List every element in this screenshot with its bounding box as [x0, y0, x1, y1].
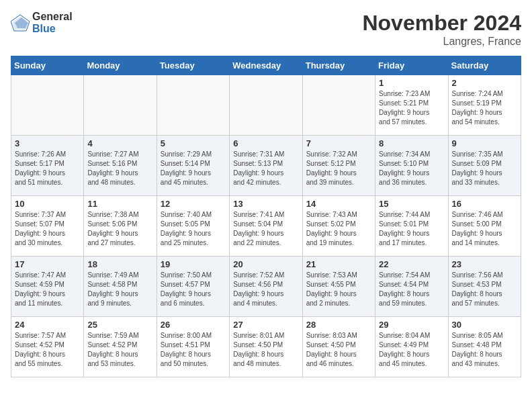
day-info: Sunrise: 7:50 AM Sunset: 4:57 PM Dayligh… — [161, 271, 226, 308]
day-header-sunday: Sunday — [11, 56, 84, 75]
calendar-cell: 3Sunrise: 7:26 AM Sunset: 5:17 PM Daylig… — [11, 136, 84, 196]
day-info: Sunrise: 7:54 AM Sunset: 4:54 PM Dayligh… — [379, 271, 444, 308]
calendar-cell: 12Sunrise: 7:40 AM Sunset: 5:05 PM Dayli… — [157, 196, 229, 257]
calendar-cell — [11, 75, 84, 136]
day-number: 6 — [233, 138, 298, 148]
calendar-cell: 18Sunrise: 7:49 AM Sunset: 4:58 PM Dayli… — [84, 257, 157, 317]
day-number: 7 — [306, 138, 371, 148]
calendar-cell — [230, 75, 302, 136]
logo: General Blue — [11, 11, 73, 34]
logo-general-text: General — [32, 11, 73, 23]
day-info: Sunrise: 7:57 AM Sunset: 4:52 PM Dayligh… — [15, 331, 80, 369]
calendar-cell: 25Sunrise: 7:59 AM Sunset: 4:52 PM Dayli… — [84, 317, 157, 377]
day-number: 3 — [15, 138, 80, 148]
day-info: Sunrise: 7:34 AM Sunset: 5:10 PM Dayligh… — [379, 150, 444, 187]
day-info: Sunrise: 8:04 AM Sunset: 4:49 PM Dayligh… — [379, 331, 444, 369]
calendar-cell: 26Sunrise: 8:00 AM Sunset: 4:51 PM Dayli… — [157, 317, 229, 377]
day-number: 14 — [306, 199, 371, 209]
day-number: 25 — [87, 320, 152, 330]
calendar-cell: 24Sunrise: 7:57 AM Sunset: 4:52 PM Dayli… — [11, 317, 84, 377]
calendar-cell: 2Sunrise: 7:24 AM Sunset: 5:19 PM Daylig… — [448, 75, 521, 136]
day-number: 2 — [452, 78, 517, 88]
day-number: 8 — [379, 138, 444, 148]
calendar-cell: 5Sunrise: 7:29 AM Sunset: 5:14 PM Daylig… — [157, 136, 229, 196]
day-info: Sunrise: 7:35 AM Sunset: 5:09 PM Dayligh… — [452, 150, 517, 187]
calendar-cell: 10Sunrise: 7:37 AM Sunset: 5:07 PM Dayli… — [11, 196, 84, 257]
logo-icon — [11, 13, 30, 32]
calendar-header-row: SundayMondayTuesdayWednesdayThursdayFrid… — [11, 56, 521, 75]
day-number: 15 — [379, 199, 444, 209]
calendar-cell: 15Sunrise: 7:44 AM Sunset: 5:01 PM Dayli… — [375, 196, 448, 257]
day-header-friday: Friday — [375, 56, 448, 75]
calendar-week-row: 1Sunrise: 7:23 AM Sunset: 5:21 PM Daylig… — [11, 75, 521, 136]
calendar-cell: 20Sunrise: 7:52 AM Sunset: 4:56 PM Dayli… — [230, 257, 302, 317]
location: Langres, France — [362, 36, 521, 48]
calendar-cell: 8Sunrise: 7:34 AM Sunset: 5:10 PM Daylig… — [375, 136, 448, 196]
day-header-tuesday: Tuesday — [157, 56, 229, 75]
calendar-cell: 4Sunrise: 7:27 AM Sunset: 5:16 PM Daylig… — [84, 136, 157, 196]
calendar-cell: 11Sunrise: 7:38 AM Sunset: 5:06 PM Dayli… — [84, 196, 157, 257]
calendar-cell: 14Sunrise: 7:43 AM Sunset: 5:02 PM Dayli… — [302, 196, 375, 257]
day-number: 4 — [87, 138, 152, 148]
calendar-cell: 9Sunrise: 7:35 AM Sunset: 5:09 PM Daylig… — [448, 136, 521, 196]
calendar-cell: 29Sunrise: 8:04 AM Sunset: 4:49 PM Dayli… — [375, 317, 448, 377]
day-header-monday: Monday — [84, 56, 157, 75]
day-info: Sunrise: 7:53 AM Sunset: 4:55 PM Dayligh… — [306, 271, 371, 308]
day-info: Sunrise: 8:01 AM Sunset: 4:50 PM Dayligh… — [233, 331, 298, 369]
month-title: November 2024 — [362, 11, 521, 36]
calendar-cell: 27Sunrise: 8:01 AM Sunset: 4:50 PM Dayli… — [230, 317, 302, 377]
day-number: 1 — [379, 78, 444, 88]
day-number: 23 — [452, 259, 517, 269]
day-info: Sunrise: 8:03 AM Sunset: 4:50 PM Dayligh… — [306, 331, 371, 369]
calendar-week-row: 10Sunrise: 7:37 AM Sunset: 5:07 PM Dayli… — [11, 196, 521, 257]
calendar-cell: 17Sunrise: 7:47 AM Sunset: 4:59 PM Dayli… — [11, 257, 84, 317]
day-number: 11 — [87, 199, 152, 209]
calendar-cell — [157, 75, 229, 136]
day-info: Sunrise: 7:47 AM Sunset: 4:59 PM Dayligh… — [15, 271, 80, 308]
day-number: 17 — [15, 259, 80, 269]
day-number: 26 — [161, 320, 226, 330]
day-number: 27 — [233, 320, 298, 330]
title-block: November 2024 Langres, France — [362, 11, 521, 48]
logo-blue-text: Blue — [32, 23, 73, 35]
day-info: Sunrise: 7:59 AM Sunset: 4:52 PM Dayligh… — [87, 331, 152, 369]
calendar-cell: 22Sunrise: 7:54 AM Sunset: 4:54 PM Dayli… — [375, 257, 448, 317]
calendar-cell: 28Sunrise: 8:03 AM Sunset: 4:50 PM Dayli… — [302, 317, 375, 377]
calendar-cell: 19Sunrise: 7:50 AM Sunset: 4:57 PM Dayli… — [157, 257, 229, 317]
day-number: 10 — [15, 199, 80, 209]
calendar-cell — [84, 75, 157, 136]
day-number: 16 — [452, 199, 517, 209]
calendar-cell: 1Sunrise: 7:23 AM Sunset: 5:21 PM Daylig… — [375, 75, 448, 136]
day-info: Sunrise: 7:43 AM Sunset: 5:02 PM Dayligh… — [306, 210, 371, 248]
calendar-week-row: 24Sunrise: 7:57 AM Sunset: 4:52 PM Dayli… — [11, 317, 521, 377]
day-info: Sunrise: 7:31 AM Sunset: 5:13 PM Dayligh… — [233, 150, 298, 187]
day-number: 5 — [161, 138, 226, 148]
day-number: 29 — [379, 320, 444, 330]
day-header-wednesday: Wednesday — [230, 56, 302, 75]
day-info: Sunrise: 7:27 AM Sunset: 5:16 PM Dayligh… — [87, 150, 152, 187]
day-info: Sunrise: 7:29 AM Sunset: 5:14 PM Dayligh… — [161, 150, 226, 187]
day-number: 24 — [15, 320, 80, 330]
calendar-cell: 13Sunrise: 7:41 AM Sunset: 5:04 PM Dayli… — [230, 196, 302, 257]
calendar-cell: 7Sunrise: 7:32 AM Sunset: 5:12 PM Daylig… — [302, 136, 375, 196]
day-info: Sunrise: 7:44 AM Sunset: 5:01 PM Dayligh… — [379, 210, 444, 248]
calendar-cell: 23Sunrise: 7:56 AM Sunset: 4:53 PM Dayli… — [448, 257, 521, 317]
day-header-thursday: Thursday — [302, 56, 375, 75]
day-info: Sunrise: 8:05 AM Sunset: 4:48 PM Dayligh… — [452, 331, 517, 369]
calendar-week-row: 3Sunrise: 7:26 AM Sunset: 5:17 PM Daylig… — [11, 136, 521, 196]
day-number: 12 — [161, 199, 226, 209]
day-info: Sunrise: 8:00 AM Sunset: 4:51 PM Dayligh… — [161, 331, 226, 369]
day-number: 20 — [233, 259, 298, 269]
day-info: Sunrise: 7:24 AM Sunset: 5:19 PM Dayligh… — [452, 89, 517, 127]
day-info: Sunrise: 7:23 AM Sunset: 5:21 PM Dayligh… — [379, 89, 444, 127]
calendar-table: SundayMondayTuesdayWednesdayThursdayFrid… — [11, 56, 521, 377]
day-info: Sunrise: 7:56 AM Sunset: 4:53 PM Dayligh… — [452, 271, 517, 308]
calendar-cell — [302, 75, 375, 136]
day-number: 28 — [306, 320, 371, 330]
day-info: Sunrise: 7:52 AM Sunset: 4:56 PM Dayligh… — [233, 271, 298, 308]
calendar-cell: 30Sunrise: 8:05 AM Sunset: 4:48 PM Dayli… — [448, 317, 521, 377]
day-info: Sunrise: 7:41 AM Sunset: 5:04 PM Dayligh… — [233, 210, 298, 248]
day-info: Sunrise: 7:46 AM Sunset: 5:00 PM Dayligh… — [452, 210, 517, 248]
day-info: Sunrise: 7:37 AM Sunset: 5:07 PM Dayligh… — [15, 210, 80, 248]
calendar-cell: 16Sunrise: 7:46 AM Sunset: 5:00 PM Dayli… — [448, 196, 521, 257]
